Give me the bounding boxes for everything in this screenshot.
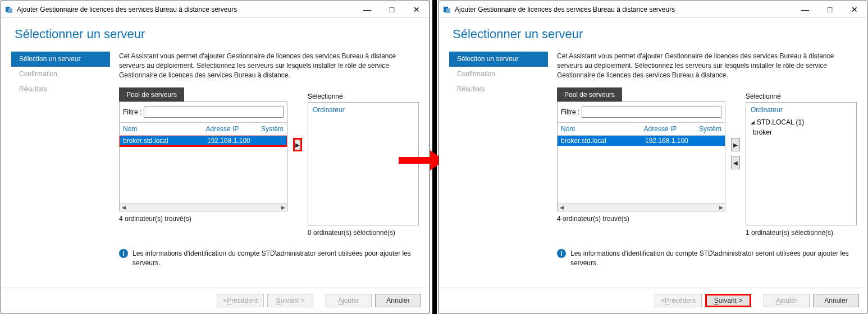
filter-input[interactable]	[582, 107, 721, 118]
body-area: Sélection un serveur Confirmation Résult…	[439, 52, 867, 288]
server-row-ip: 192.168.1.100	[642, 137, 698, 145]
close-button[interactable]: ✕	[404, 1, 429, 18]
chevron-right-icon: ▶	[295, 142, 300, 148]
info-icon: i	[557, 249, 566, 258]
titlebar: Ajouter Gestionnaire de licences des ser…	[439, 1, 867, 18]
transfer-buttons: ▶ ◀	[730, 87, 741, 169]
add-server-button[interactable]: ▶	[731, 138, 740, 151]
step-select-server[interactable]: Sélection un serveur	[449, 52, 548, 67]
window-icon	[4, 5, 13, 14]
selected-label: Sélectionné	[308, 87, 419, 102]
selected-tree-domain-label: STD.LOCAL (1)	[757, 118, 804, 126]
cancel-button[interactable]: Annuler	[375, 294, 421, 307]
col-header-name[interactable]: Nom	[558, 125, 641, 133]
selected-tree-node-label: broker	[753, 128, 772, 136]
page-heading: Sélectionner un serveur	[439, 18, 867, 52]
scroll-left-icon[interactable]: ◀	[558, 204, 565, 211]
server-row-broker[interactable]: broker.std.local 192.168.1.100	[120, 136, 287, 146]
info-row: i Les informations d'identification du c…	[557, 249, 857, 268]
col-header-system[interactable]: Systèm	[696, 125, 725, 133]
pool-found-count: 4 ordinateur(s) trouvé(s)	[119, 215, 287, 223]
server-pool-box: Filtre : Nom Adresse IP Systèm broker.st…	[119, 101, 287, 211]
selected-tree-domain[interactable]: ◢ STD.LOCAL (1)	[751, 117, 852, 127]
col-header-name[interactable]: Nom	[120, 125, 203, 133]
server-pool-box: Filtre : Nom Adresse IP Systèm broker.st…	[557, 101, 725, 211]
add-button: Ajouter	[764, 294, 810, 307]
footer: < Précédent Suivant > Ajouter Annuler	[1, 288, 429, 313]
selected-box: Ordinateur ◢ STD.LOCAL (1) broker	[746, 102, 857, 225]
server-row-name: broker.std.local	[558, 137, 642, 145]
server-row-name: broker.std.local	[120, 137, 204, 145]
maximize-button[interactable]: □	[817, 1, 842, 18]
chevron-right-icon: ▶	[733, 142, 738, 148]
pool-grid-header: Nom Adresse IP Systèm	[120, 122, 287, 136]
body-area: Sélection un serveur Confirmation Résult…	[1, 52, 429, 288]
selected-count: 0 ordinateur(s) sélectionné(s)	[308, 229, 419, 237]
pool-horizontal-scrollbar[interactable]: ◀ ▶	[120, 203, 287, 211]
chevron-left-icon: ◀	[733, 160, 738, 166]
selected-column: Sélectionné Ordinateur ◢ STD.LOCAL (1) b…	[746, 87, 857, 237]
selected-label: Sélectionné	[746, 87, 857, 102]
tab-server-pool[interactable]: Pool de serveurs	[119, 87, 184, 102]
main-panel: Cet Assistant vous permet d'ajouter Gest…	[548, 52, 857, 288]
window-title: Ajouter Gestionnaire de licences des ser…	[17, 6, 355, 13]
window-icon	[442, 5, 451, 14]
pool-found-count: 4 ordinateur(s) trouvé(s)	[557, 215, 725, 223]
wizard-steps-sidebar: Sélection un serveur Confirmation Résult…	[449, 52, 548, 288]
info-text: Les informations d'identification du com…	[133, 249, 414, 268]
pool-grid-header: Nom Adresse IP Systèm	[558, 122, 725, 136]
description-text: Cet Assistant vous permet d'ajouter Gest…	[557, 52, 857, 80]
step-confirmation: Confirmation	[11, 67, 110, 82]
description-text: Cet Assistant vous permet d'ajouter Gest…	[119, 52, 419, 80]
server-pool-column: Pool de serveurs Filtre : Nom Adresse IP…	[119, 87, 287, 223]
col-header-ip[interactable]: Adresse IP	[641, 125, 696, 133]
previous-button: < Précédent	[655, 294, 702, 307]
scroll-right-icon[interactable]: ▶	[279, 204, 287, 211]
selected-column: Sélectionné Ordinateur 0 ordinateur(s) s…	[308, 87, 419, 237]
tab-server-pool[interactable]: Pool de serveurs	[557, 87, 622, 102]
cancel-button[interactable]: Annuler	[813, 294, 859, 307]
comparison-divider	[432, 0, 437, 314]
scroll-right-icon[interactable]: ▶	[717, 204, 725, 211]
remove-server-button[interactable]: ◀	[731, 156, 740, 169]
selected-header: Ordinateur	[308, 103, 418, 117]
close-button[interactable]: ✕	[842, 1, 867, 18]
wizard-window-before: Ajouter Gestionnaire de licences des ser…	[1, 1, 430, 313]
add-button: Ajouter	[326, 294, 372, 307]
titlebar: Ajouter Gestionnaire de licences des ser…	[1, 1, 429, 18]
server-row-broker[interactable]: broker.std.local 192.168.1.100	[558, 136, 725, 146]
svg-rect-1	[8, 8, 12, 13]
pool-horizontal-scrollbar[interactable]: ◀ ▶	[558, 203, 725, 211]
col-header-system[interactable]: Systèm	[258, 125, 287, 133]
tree-collapse-icon[interactable]: ◢	[751, 119, 755, 125]
scroll-left-icon[interactable]: ◀	[120, 204, 127, 211]
svg-rect-3	[446, 8, 450, 13]
step-results: Résultats	[11, 82, 110, 97]
pool-grid-body: broker.std.local 192.168.1.100	[120, 136, 287, 203]
minimize-button[interactable]: —	[793, 1, 817, 18]
transfer-buttons: ▶	[292, 87, 303, 151]
next-button: Suivant >	[267, 294, 313, 307]
selected-tree-node[interactable]: broker	[751, 127, 852, 137]
info-icon: i	[119, 249, 128, 258]
maximize-button[interactable]: □	[380, 1, 404, 18]
selected-header: Ordinateur	[746, 103, 856, 117]
step-select-server[interactable]: Sélection un serveur	[11, 52, 110, 67]
server-pool-column: Pool de serveurs Filtre : Nom Adresse IP…	[557, 87, 725, 223]
minimize-button[interactable]: —	[355, 1, 380, 18]
step-results: Résultats	[449, 82, 548, 97]
info-text: Les informations d'identification du com…	[570, 249, 852, 268]
server-row-ip: 192.168.1.100	[204, 137, 260, 145]
filter-label: Filtre :	[123, 108, 141, 116]
selected-box: Ordinateur	[308, 102, 419, 225]
footer: < Précédent Suivant > Ajouter Annuler	[439, 288, 867, 313]
page-heading: Sélectionner un serveur	[1, 18, 429, 52]
wizard-window-after: Ajouter Gestionnaire de licences des ser…	[438, 1, 867, 313]
step-confirmation: Confirmation	[449, 67, 548, 82]
next-button[interactable]: Suivant >	[705, 294, 751, 307]
filter-input[interactable]	[144, 107, 284, 118]
wizard-steps-sidebar: Sélection un serveur Confirmation Résult…	[11, 52, 110, 288]
selected-count: 1 ordinateur(s) sélectionné(s)	[746, 229, 857, 237]
add-server-button[interactable]: ▶	[293, 138, 302, 151]
col-header-ip[interactable]: Adresse IP	[203, 125, 258, 133]
